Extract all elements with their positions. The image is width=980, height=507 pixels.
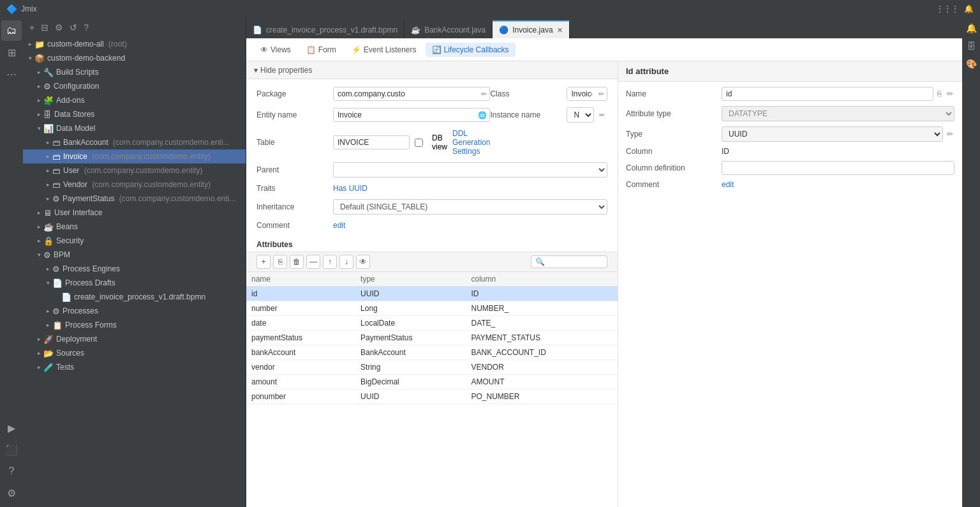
sidebar-item-custom-demo-backend[interactable]: 📦 custom-demo-backend: [23, 51, 246, 65]
sidebar-item-add-ons[interactable]: 🧩 Add-ons: [23, 93, 246, 107]
sidebar-item-deployment[interactable]: 🚀 Deployment: [23, 332, 246, 346]
lifecycle-callbacks-button[interactable]: 🔄 Lifecycle Callbacks: [426, 43, 516, 57]
sidebar-item-beans[interactable]: ☕ Beans: [23, 220, 246, 234]
attr-copy-btn[interactable]: ⎘: [273, 255, 287, 269]
sidebar-help-btn[interactable]: ?: [82, 21, 90, 34]
instance-name-select[interactable]: Not set: [567, 107, 594, 123]
table-row[interactable]: ponumberUUIDPO_NUMBER: [246, 390, 618, 404]
inheritance-select[interactable]: Default (SINGLE_TABLE): [334, 200, 607, 214]
sidebar-item-payment-status[interactable]: ⚙ PaymentStatus (com.company.customdemo.…: [23, 192, 246, 206]
activity-structure-btn[interactable]: ⊞: [1, 42, 22, 63]
sidebar-item-bank-account[interactable]: 🗃 BankAccount (com.company.customdemo.en…: [23, 135, 246, 149]
tab-close-invoice[interactable]: ✕: [557, 26, 563, 34]
ddl-settings-link[interactable]: DDL Generation Settings: [452, 129, 490, 156]
parent-select[interactable]: [334, 163, 607, 177]
attr-cell-type-5: String: [355, 360, 466, 375]
package-input[interactable]: [334, 87, 479, 100]
form-button[interactable]: 📋 Form: [300, 43, 343, 57]
name-edit-icon[interactable]: ✏: [946, 88, 954, 100]
label-user-interface: User Interface: [54, 208, 102, 217]
sidebar-item-processes[interactable]: ⚙ Processes: [23, 304, 246, 318]
right-col-def-input[interactable]: [722, 161, 954, 175]
sidebar-item-invoice[interactable]: 🗃 Invoice (com.company.customdemo.entity…: [23, 149, 246, 163]
table-row[interactable]: idUUIDID: [246, 287, 618, 301]
label-process-drafts: Process Drafts: [65, 278, 115, 287]
event-listeners-button[interactable]: ⚡ Event Listeners: [345, 43, 423, 57]
sidebar-item-process-engines[interactable]: ⚙ Process Engines: [23, 262, 246, 276]
right-edge-btn-2[interactable]: 🗄: [963, 38, 979, 54]
sidebar-item-vendor[interactable]: 🗃 Vendor (com.company.customdemo.entity): [23, 178, 246, 192]
sidebar-item-data-model[interactable]: 📊 Data Model: [23, 121, 246, 135]
attr-cell-type-6: BigDecimal: [355, 375, 466, 390]
sidebar-item-build-scripts[interactable]: 🔧 Build Scripts: [23, 65, 246, 79]
activity-project-btn[interactable]: 🗂: [1, 20, 22, 41]
attr-eye-btn[interactable]: 👁: [356, 255, 370, 269]
sidebar-item-data-stores[interactable]: 🗄 Data Stores: [23, 107, 246, 121]
table-input[interactable]: [333, 135, 410, 149]
right-edge-btn-3[interactable]: 🎨: [963, 56, 979, 72]
right-edge-btn-1[interactable]: 🔔: [963, 20, 979, 36]
attr-remove-btn[interactable]: 🗑: [290, 255, 304, 269]
instance-name-edit-icon[interactable]: ✏: [597, 111, 607, 119]
sidebar-item-sources[interactable]: 📂 Sources: [23, 346, 246, 360]
menu-button[interactable]: ⋮⋮⋮: [936, 4, 959, 13]
sidebar-item-create-invoice-process[interactable]: 📄 create_invoice_process_v1.draft.bpmn: [23, 290, 246, 304]
tab-create-invoice[interactable]: 📄 create_invoice_process_v1.draft.bpmn: [246, 20, 405, 38]
attr-cell-column-3: PAYMENT_STATUS: [466, 331, 618, 345]
right-comment-edit-link[interactable]: edit: [722, 180, 734, 189]
comment-edit-link[interactable]: edit: [333, 221, 345, 230]
sidebar-refresh-btn[interactable]: ↺: [68, 21, 78, 34]
attr-add-btn[interactable]: +: [256, 255, 271, 269]
traits-has-uuid-link[interactable]: Has UUID: [333, 184, 368, 193]
sidebar-item-process-drafts[interactable]: 📄 Process Drafts: [23, 276, 246, 290]
sidebar-item-configuration[interactable]: ⚙ Configuration: [23, 79, 246, 93]
right-type-select[interactable]: UUID: [722, 126, 943, 142]
table-row[interactable]: amountBigDecimalAMOUNT: [246, 375, 618, 390]
tab-bank-account[interactable]: ☕ BankAccount.java: [405, 20, 493, 38]
attr-minus-btn[interactable]: —: [306, 255, 320, 269]
type-edit-icon[interactable]: ✏: [946, 128, 954, 140]
db-view-checkbox[interactable]: [415, 139, 423, 147]
class-input[interactable]: [567, 87, 596, 100]
table-row[interactable]: vendorStringVENDOR: [246, 360, 618, 375]
sidebar-item-custom-demo-all[interactable]: 📁 custom-demo-all (root): [23, 37, 246, 51]
icon-deployment: 🚀: [43, 335, 54, 344]
notification-button[interactable]: 🔔: [964, 4, 974, 13]
class-edit-icon[interactable]: ✏: [596, 90, 607, 98]
entity-name-input[interactable]: [334, 109, 475, 121]
activity-more-btn[interactable]: ⋯: [1, 64, 22, 84]
attr-up-btn[interactable]: ↑: [323, 255, 337, 269]
table-row[interactable]: paymentStatusPaymentStatusPAYMENT_STATUS: [246, 331, 618, 345]
label-custom-demo-all: custom-demo-all (root): [47, 40, 127, 49]
attr-down-btn[interactable]: ↓: [339, 255, 353, 269]
hide-properties-bar[interactable]: ▾ Hide properties: [246, 61, 618, 79]
sidebar-item-user-interface[interactable]: 🖥 User Interface: [23, 206, 246, 220]
activity-run-btn[interactable]: ▶: [1, 418, 22, 438]
sidebar-add-btn[interactable]: +: [28, 21, 36, 34]
sidebar-item-process-forms[interactable]: 📋 Process Forms: [23, 318, 246, 332]
table-row[interactable]: dateLocalDateDATE_: [246, 316, 618, 331]
sidebar-item-tests[interactable]: 🧪 Tests: [23, 360, 246, 374]
attr-search-input[interactable]: [531, 255, 607, 268]
activity-settings-btn[interactable]: ⚙: [1, 483, 22, 503]
sidebar-item-security[interactable]: 🔒 Security: [23, 234, 246, 248]
name-copy-icon[interactable]: ⎘: [936, 88, 943, 100]
right-name-input[interactable]: [722, 87, 933, 101]
table-row[interactable]: numberLongNUMBER_: [246, 301, 618, 316]
sidebar-item-bpm[interactable]: ⚙ BPM: [23, 248, 246, 262]
package-edit-icon[interactable]: ✏: [479, 90, 489, 98]
views-button[interactable]: 👁 Views: [254, 43, 297, 57]
sidebar-collapse-btn[interactable]: ⊟: [40, 21, 50, 34]
table-row[interactable]: bankAccountBankAccountBANK_ACCOUNT_ID: [246, 345, 618, 360]
sidebar-item-user[interactable]: 🗃 User (com.company.customdemo.entity): [23, 163, 246, 178]
tab-invoice[interactable]: 🔵 Invoice.java ✕: [493, 20, 569, 38]
entity-name-globe-icon[interactable]: 🌐: [475, 111, 489, 119]
class-value: ✏: [567, 87, 607, 101]
table-label: Table: [256, 129, 333, 156]
right-attr-type-select[interactable]: DATATYPE: [722, 106, 954, 121]
tab-icon-bank-account: ☕: [411, 26, 420, 34]
sidebar-settings-btn[interactable]: ⚙: [54, 21, 64, 34]
activity-help-btn[interactable]: ?: [1, 461, 22, 481]
activity-debug-btn[interactable]: ⬛: [1, 439, 22, 460]
table-spacer2: [567, 129, 607, 156]
